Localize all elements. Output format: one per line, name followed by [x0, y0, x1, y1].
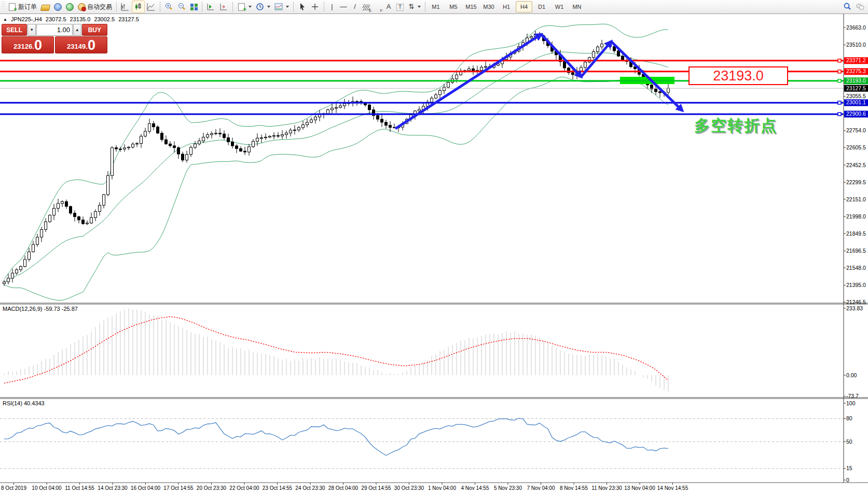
grid-icon: F — [374, 5, 381, 10]
svg-text:22900.6: 22900.6 — [846, 111, 866, 117]
volume-input[interactable] — [36, 24, 73, 36]
svg-text:13 Nov 04:00: 13 Nov 04:00 — [624, 485, 655, 491]
zoom-in-button[interactable] — [162, 1, 175, 13]
svg-text:30 Oct 23:30: 30 Oct 23:30 — [394, 485, 424, 491]
svg-text:21548.0: 21548.0 — [846, 265, 866, 271]
toolbar: 新订单 自动交易 | — / E F A T ⇅ — [0, 0, 868, 14]
label-tool[interactable]: T — [394, 1, 406, 13]
buy-button[interactable]: BUY — [82, 24, 107, 36]
templates-button[interactable] — [235, 1, 254, 13]
indicators-icon — [274, 3, 283, 11]
text-tool[interactable]: A — [383, 1, 394, 13]
periods-button[interactable] — [254, 1, 272, 13]
cursor-icon — [298, 3, 307, 11]
svg-text:233.83: 233.83 — [846, 305, 863, 311]
svg-text:22151.0: 22151.0 — [846, 196, 866, 202]
collapse-panel-icon[interactable]: ▲ — [3, 17, 7, 22]
timeframe-d1[interactable]: D1 — [533, 1, 550, 12]
arrows-icon: ⇅ — [408, 3, 415, 11]
ohlc-low: 23002.5 — [94, 16, 115, 22]
svg-text:23275.3: 23275.3 — [846, 68, 866, 74]
fibonacci-tool[interactable]: E — [361, 1, 372, 13]
timeframe-m15[interactable]: M15 — [463, 1, 479, 12]
zoom-out-button[interactable] — [175, 1, 188, 13]
svg-text:24 Oct 23:30: 24 Oct 23:30 — [295, 485, 325, 491]
gold-bar-icon — [40, 5, 51, 11]
price-annotation-box[interactable]: 23193.0 — [688, 66, 788, 85]
crosshair-icon — [311, 3, 320, 11]
svg-text:23 Oct 14:55: 23 Oct 14:55 — [263, 485, 293, 491]
market-watch-button[interactable] — [39, 1, 52, 13]
vertical-line-tool[interactable]: | — [326, 1, 338, 13]
svg-text:23193.0: 23193.0 — [846, 77, 866, 84]
ohlc-open: 23072.5 — [46, 16, 66, 22]
svg-text:100: 100 — [846, 400, 856, 406]
horizontal-line-icon: — — [340, 3, 347, 11]
auto-trading-button[interactable]: 自动交易 — [76, 1, 114, 13]
new-order-button[interactable]: 新订单 — [6, 1, 39, 13]
svg-text:5 Nov 23:30: 5 Nov 23:30 — [494, 485, 522, 491]
toolbar-grip[interactable] — [2, 2, 5, 12]
indicators-button[interactable] — [272, 1, 291, 13]
buy-price-display[interactable]: 23149.0 — [55, 36, 107, 53]
toolbar-separator — [293, 2, 294, 12]
chart-shift-button[interactable] — [217, 1, 230, 13]
toolbar-separator — [324, 2, 324, 12]
signals-button[interactable] — [64, 1, 76, 13]
svg-text:23001.1: 23001.1 — [846, 99, 866, 105]
svg-text:50: 50 — [846, 439, 852, 445]
crosshair-tool-button[interactable] — [309, 1, 322, 13]
search-button[interactable] — [841, 1, 854, 13]
trendline-icon: / — [351, 3, 359, 11]
svg-text:23510.0: 23510.0 — [846, 42, 866, 48]
grid-tool[interactable]: F — [372, 1, 383, 13]
timeframe-mn[interactable]: MN — [569, 1, 585, 12]
profile-icon — [54, 3, 62, 11]
svg-text:0: 0 — [846, 477, 849, 483]
bar-chart-button[interactable] — [119, 1, 132, 13]
sell-button[interactable]: SELL — [2, 24, 27, 36]
rsi-indicator-label: RSI(14) 40.4343 — [3, 400, 45, 406]
mt-terminal-window: 新订单 自动交易 | — / E F A T ⇅ — [0, 0, 868, 493]
sell-price-display[interactable]: 23126.0 — [2, 36, 54, 53]
candle-chart-icon — [134, 3, 143, 11]
horizontal-line-tool[interactable]: — — [338, 1, 349, 13]
volume-increase-button[interactable]: ▲ — [73, 24, 81, 36]
chat-button[interactable] — [854, 1, 867, 13]
line-chart-button[interactable] — [145, 1, 158, 13]
timeframe-h4[interactable]: H4 — [516, 1, 532, 12]
accounts-button[interactable] — [52, 1, 64, 13]
timeframe-w1[interactable]: W1 — [551, 1, 568, 12]
trendline-tool[interactable]: / — [349, 1, 361, 13]
label-icon: T — [396, 4, 404, 11]
arrows-tool[interactable]: ⇅ — [406, 1, 423, 13]
cursor-tool-button[interactable] — [296, 1, 309, 13]
auto-scroll-button[interactable] — [204, 1, 217, 13]
svg-text:80: 80 — [846, 415, 852, 421]
new-order-icon — [9, 3, 16, 11]
svg-text:8 Nov 14:55: 8 Nov 14:55 — [560, 485, 588, 491]
symbol-header: ▲ JPN225-,H4 23072.5 23135.0 23002.5 231… — [3, 16, 139, 22]
volume-decrease-button[interactable]: ▼ — [27, 24, 36, 36]
svg-text:21246.5: 21246.5 — [846, 299, 866, 305]
timeframe-m30[interactable]: M30 — [480, 1, 497, 12]
svg-text:8 Oct 2019: 8 Oct 2019 — [1, 485, 26, 491]
chevron-down-icon — [267, 6, 270, 8]
ohlc-close: 23127.5 — [118, 16, 139, 22]
svg-text:22754.0: 22754.0 — [846, 127, 866, 133]
timeframe-m5[interactable]: M5 — [445, 1, 462, 12]
candle-chart-button[interactable] — [132, 1, 145, 13]
turning-point-annotation[interactable]: 多空转折点 — [694, 115, 777, 136]
svg-text:22299.5: 22299.5 — [846, 179, 866, 185]
macd-indicator-label: MACD(12,26,9) -59.73 -25.87 — [3, 306, 78, 312]
symbol-name: JPN225-,H4 — [11, 16, 42, 22]
svg-text:14 Nov 14:55: 14 Nov 14:55 — [657, 485, 688, 491]
toolbar-separator — [160, 2, 160, 12]
timeframe-m1[interactable]: M1 — [428, 1, 444, 12]
timeframe-h1[interactable]: H1 — [498, 1, 515, 12]
bar-chart-icon — [121, 3, 130, 11]
chat-icon — [856, 3, 865, 11]
svg-text:17 Oct 14:55: 17 Oct 14:55 — [163, 485, 194, 491]
tile-windows-button[interactable] — [188, 1, 200, 13]
svg-text:22605.5: 22605.5 — [846, 144, 866, 150]
